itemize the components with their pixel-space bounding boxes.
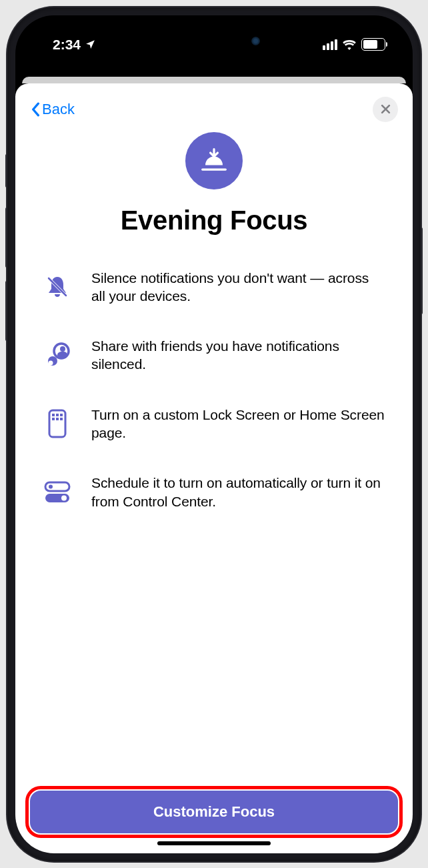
sheet-header: Back (15, 83, 413, 129)
wifi-icon (342, 39, 357, 50)
share-status-icon (42, 340, 73, 370)
sheet-content: Evening Focus Silence notifications you … (15, 129, 413, 777)
svg-rect-12 (60, 414, 63, 416)
customize-focus-button[interactable]: Customize Focus (30, 791, 398, 833)
side-button (5, 154, 7, 187)
status-time-area: 2:34 (53, 37, 96, 53)
svg-rect-11 (56, 414, 59, 416)
svg-rect-13 (52, 418, 55, 420)
sunset-icon (185, 132, 243, 189)
focus-setup-sheet: Back Evening Focus (15, 83, 413, 853)
svg-point-8 (49, 361, 53, 366)
side-button (5, 281, 7, 341)
svg-point-17 (49, 484, 53, 488)
status-time: 2:34 (53, 37, 81, 53)
svg-rect-14 (56, 418, 59, 420)
svg-point-6 (60, 346, 65, 352)
status-indicators: 63 (323, 38, 387, 51)
page-title: Evening Focus (121, 205, 308, 236)
feature-item-silence: Silence notifications you don't want — a… (42, 269, 386, 306)
sheet-background-card (22, 77, 406, 83)
phone-device-frame: 2:34 63 (7, 7, 421, 861)
close-button[interactable] (373, 97, 398, 122)
back-button[interactable]: Back (30, 101, 75, 118)
feature-item-share: Share with friends you have notification… (42, 337, 386, 374)
feature-text: Share with friends you have notification… (91, 337, 386, 374)
dynamic-island (164, 29, 264, 55)
svg-rect-15 (60, 418, 63, 420)
chevron-left-icon (30, 102, 41, 117)
toggle-switches-icon (42, 477, 73, 508)
front-camera (251, 37, 260, 45)
side-button (421, 228, 423, 314)
close-icon (381, 104, 391, 114)
lock-screen-icon (42, 408, 73, 439)
svg-point-19 (61, 495, 67, 500)
feature-item-schedule: Schedule it to turn on automatically or … (42, 474, 386, 510)
feature-text: Silence notifications you don't want — a… (91, 269, 386, 306)
feature-text: Turn on a custom Lock Screen or Home Scr… (91, 406, 386, 442)
feature-list: Silence notifications you don't want — a… (42, 269, 386, 510)
bell-slash-icon (42, 272, 73, 302)
back-label: Back (42, 101, 75, 118)
feature-item-screen: Turn on a custom Lock Screen or Home Scr… (42, 406, 386, 442)
feature-text: Schedule it to turn on automatically or … (91, 474, 386, 510)
svg-rect-10 (52, 414, 55, 416)
screen: 2:34 63 (15, 15, 413, 853)
cellular-signal-icon (323, 39, 337, 50)
battery-indicator: 63 (361, 38, 387, 51)
home-indicator[interactable] (157, 841, 271, 845)
side-button (5, 207, 7, 268)
battery-percent: 63 (369, 40, 377, 49)
location-arrow-icon (85, 39, 96, 50)
